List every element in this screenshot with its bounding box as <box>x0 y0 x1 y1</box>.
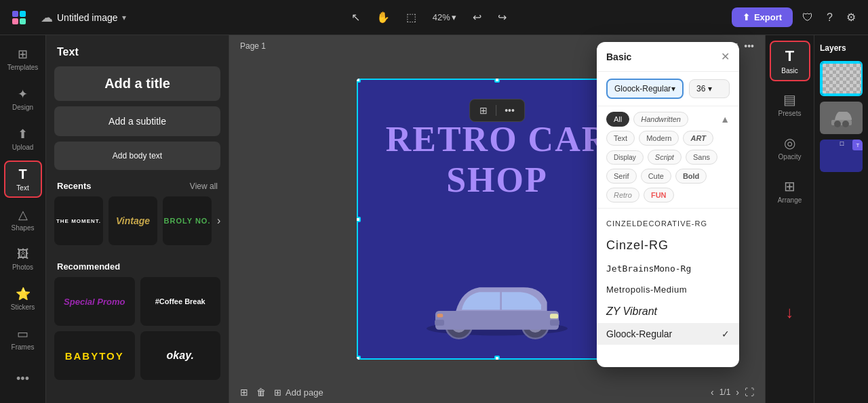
sidebar-item-stickers[interactable]: ⭐ Stickers <box>4 280 42 318</box>
help-button[interactable]: ? <box>823 7 837 28</box>
font-name-dropdown[interactable]: Gloock-Regular ▾ <box>606 79 684 99</box>
right-tool-opacity[interactable]: ◎ Opacity <box>770 127 810 168</box>
view-all-recents-button[interactable]: View all <box>190 182 218 191</box>
opacity-tool-icon: ◎ <box>784 135 795 151</box>
font-tag-handwritten[interactable]: Handwritten <box>633 112 688 127</box>
cloud-icon: ☁ <box>41 10 53 25</box>
handle-mid-left[interactable] <box>357 217 361 222</box>
shapes-icon: △ <box>18 207 28 222</box>
add-body-button[interactable]: Add body text <box>54 142 220 170</box>
font-tag-fun[interactable]: FUN <box>644 188 674 203</box>
zoom-control[interactable]: 42% ▾ <box>427 9 462 25</box>
handle-top-left[interactable] <box>357 79 361 83</box>
rec-item-2[interactable]: #Coffee Break <box>140 277 221 326</box>
recent-item-3[interactable]: BROLY NO. <box>163 196 212 245</box>
right-tool-basic[interactable]: T Basic <box>770 41 810 81</box>
sidebar-item-photos[interactable]: 🖼 Photos <box>4 240 42 278</box>
topbar-center-controls: ↖ ✋ ⬚ 42% ▾ ↩ ↪ <box>346 7 512 28</box>
text-panel-title: Text <box>46 35 229 64</box>
font-tag-bold[interactable]: Bold <box>675 169 707 184</box>
doc-title: Untitled image <box>57 12 118 23</box>
topbar-right-controls: ⬆ Export 🛡 ? ⚙ <box>732 7 860 28</box>
page-prev-button[interactable]: ‹ <box>711 387 714 398</box>
cursor-tool-button[interactable]: ↖ <box>346 7 366 28</box>
recommended-grid: Special Promo #Coffee Break BABYTOY okay… <box>46 277 229 388</box>
fullscreen-button[interactable]: ⛶ <box>745 387 754 398</box>
export-button[interactable]: ⬆ Export <box>732 7 793 27</box>
float-btn-more[interactable]: ••• <box>502 104 517 117</box>
font-panel-close-button[interactable]: ✕ <box>721 50 730 63</box>
font-name-display: ZY Vibrant <box>606 305 657 318</box>
sidebar-item-upload[interactable]: ⬆ Upload <box>4 121 42 158</box>
font-item-zy[interactable]: ZY Vibrant <box>597 300 739 323</box>
font-item-metropolis[interactable]: Metropolis-Medium <box>597 279 739 300</box>
font-tags-collapse-button[interactable]: ▲ <box>720 114 730 125</box>
font-item-cinzel[interactable]: Cinzel-RG <box>597 233 739 258</box>
layer-thumb-2 <box>820 102 863 134</box>
right-tool-arrange[interactable]: ⊞ Arrange <box>770 171 810 211</box>
rec-item-4[interactable]: okay. <box>140 331 221 380</box>
settings-button[interactable]: ⚙ <box>842 7 860 28</box>
red-arrow-indicator: ↓ <box>786 303 794 322</box>
canvas-bottom-btn-1[interactable]: ⊞ <box>240 387 248 398</box>
sidebar-item-shapes[interactable]: △ Shapes <box>4 200 42 238</box>
canvas[interactable]: ⊞ ••• RETRO CAR SHOP <box>357 79 638 360</box>
float-btn-frame[interactable]: ⊞ <box>477 104 490 117</box>
rec-item-3[interactable]: BABYTOY <box>54 331 135 380</box>
basic-tool-icon: T <box>785 47 794 65</box>
recent-item-1[interactable]: THE MOMENT. <box>54 196 103 245</box>
font-name-display: Cinzel-RG <box>606 238 669 253</box>
right-tool-presets[interactable]: ▤ Presets <box>770 84 810 125</box>
frame-tool-button[interactable]: ⬚ <box>401 7 422 28</box>
font-tag-retro[interactable]: Retro <box>606 188 639 203</box>
sidebar-item-frames[interactable]: ▭ Frames <box>4 320 42 358</box>
recents-next-button[interactable]: › <box>217 215 220 227</box>
undo-button[interactable]: ↩ <box>467 7 487 28</box>
shield-button[interactable]: 🛡 <box>798 7 817 28</box>
doc-info[interactable]: ☁ Untitled image ▾ <box>41 10 126 25</box>
handle-top-mid[interactable] <box>494 79 500 83</box>
canvas-bottom-btn-2[interactable]: 🗑 <box>256 387 266 398</box>
font-tag-script[interactable]: Script <box>648 150 682 165</box>
presets-tool-icon: ▤ <box>783 91 796 108</box>
sidebar-item-more[interactable]: ••• <box>4 360 42 398</box>
sidebar-item-label: Templates <box>7 64 39 71</box>
font-item-gloock[interactable]: Gloock-Regular ✓ <box>597 323 739 345</box>
font-tag-art[interactable]: ART <box>683 131 713 146</box>
sidebar-item-templates[interactable]: ⊞ Templates <box>4 41 42 78</box>
font-size-dropdown[interactable]: 36 ▾ <box>689 79 730 98</box>
add-subtitle-button[interactable]: Add a subtitle <box>54 106 220 136</box>
sidebar-item-text[interactable]: T Text <box>4 161 42 198</box>
hand-tool-button[interactable]: ✋ <box>371 7 395 28</box>
font-tag-serif[interactable]: Serif <box>606 169 637 184</box>
handle-bot-left[interactable] <box>357 356 361 360</box>
layer-item-1[interactable] <box>820 61 863 96</box>
upload-icon: ⬆ <box>18 127 28 142</box>
recent-item-2[interactable]: Vintage <box>108 196 157 245</box>
add-title-button[interactable]: Add a title <box>54 66 220 101</box>
font-tag-modern[interactable]: Modern <box>639 131 679 146</box>
font-tag-all[interactable]: All <box>606 112 629 127</box>
font-tag-sans[interactable]: Sans <box>686 150 717 165</box>
more-icon: ••• <box>16 372 29 386</box>
page-label: Page 1 <box>240 41 266 51</box>
rec-item-1[interactable]: Special Promo <box>54 277 135 326</box>
page-next-button[interactable]: › <box>736 387 739 398</box>
font-list: CINZELDECORATIVE-RG Cinzel-RG JetBrainsM… <box>597 209 739 367</box>
layer-item-2[interactable] <box>820 102 863 134</box>
font-tag-cute[interactable]: Cute <box>641 169 671 184</box>
add-page-button[interactable]: ⊞ Add page <box>274 387 323 398</box>
canvas-icon-btn-2[interactable]: ••• <box>744 41 754 51</box>
redo-button[interactable]: ↪ <box>492 7 512 28</box>
font-item-jetbrains[interactable]: JetBrainsMono-Rg <box>597 258 739 279</box>
sidebar-item-design[interactable]: ✦ Design <box>4 81 42 118</box>
layer-item-3[interactable]: ⬚ T <box>820 140 863 172</box>
svg-rect-0 <box>12 11 18 17</box>
doc-chevron-icon: ▾ <box>122 13 126 22</box>
font-item-cinzel-deco[interactable]: CINZELDECORATIVE-RG <box>597 214 739 233</box>
font-tag-display[interactable]: Display <box>606 150 644 165</box>
font-tag-text[interactable]: Text <box>606 131 635 146</box>
presets-tool-label: Presets <box>778 110 802 117</box>
handle-bot-mid[interactable] <box>494 356 500 360</box>
export-label: Export <box>754 12 782 22</box>
